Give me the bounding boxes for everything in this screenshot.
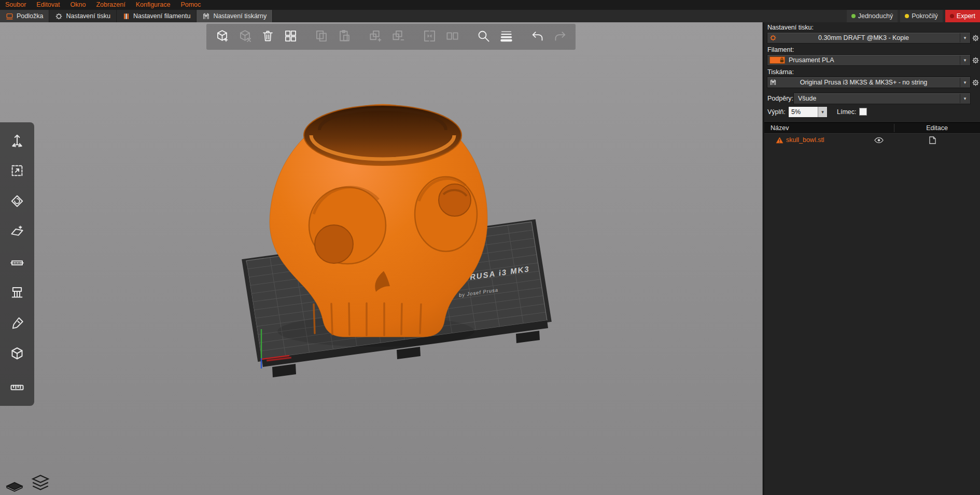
delete-all-button[interactable] <box>256 25 279 48</box>
printer-gear-button[interactable] <box>971 78 979 87</box>
undo-icon <box>530 29 544 45</box>
menu-item-okno[interactable]: Okno <box>65 0 91 10</box>
tab-label: Nastavení tiskárny <box>213 12 267 20</box>
warning-icon <box>776 137 783 144</box>
tab-plater[interactable]: Podložka <box>0 10 49 22</box>
place-on-face-icon <box>9 224 25 242</box>
left-toolbar <box>0 122 34 406</box>
fdm-supports-icon <box>9 285 25 303</box>
chevron-down-icon: ▾ <box>960 33 970 43</box>
split-objects-button[interactable] <box>418 25 441 48</box>
add-instance-button[interactable] <box>364 25 387 48</box>
brim-label: Límec: <box>837 108 857 116</box>
tab-label: Nastavení tisku <box>66 12 110 20</box>
tab-label: Nastavení filamentu <box>133 12 190 20</box>
scale-icon <box>9 163 25 180</box>
rotate-icon <box>9 193 25 211</box>
scale-button[interactable] <box>3 157 32 186</box>
menu-item-konfigurace[interactable]: Konfigurace <box>131 0 176 10</box>
sidebar-splitter[interactable] <box>762 22 764 495</box>
chevron-down-icon: ▾ <box>960 94 970 103</box>
seam-icon <box>9 316 25 333</box>
editor-view-icon <box>4 474 25 494</box>
print-profile-gear-button[interactable] <box>971 34 979 42</box>
tab-bar: Podložka Nastavení tisku Nastavení filam… <box>0 10 980 22</box>
mode-advanced-button[interactable]: Pokročilý <box>900 10 943 22</box>
print-settings-icon <box>55 12 63 20</box>
undo-button[interactable] <box>526 25 549 48</box>
chevron-down-icon: ▾ <box>960 78 970 87</box>
brim-checkbox[interactable] <box>859 108 867 116</box>
copy-icon <box>315 29 329 45</box>
filament-color-swatch <box>769 56 785 64</box>
red-dot-icon <box>950 14 954 18</box>
mode-expert-button[interactable]: Expert <box>945 10 980 22</box>
menu-item-soubor[interactable]: Soubor <box>0 0 31 10</box>
search-button[interactable] <box>472 25 495 48</box>
plater-icon <box>6 12 13 20</box>
add-object-button[interactable] <box>211 25 233 48</box>
filament-select[interactable]: Prusament PLA ▾ <box>767 54 971 66</box>
filament-label: Filament: <box>767 46 794 53</box>
mode-switcher: Jednoduchý Pokročilý Expert <box>847 10 980 22</box>
mmu-segmentation-button[interactable] <box>3 341 32 370</box>
visibility-eye-button[interactable] <box>874 137 884 144</box>
print-settings-label: Nastavení tisku: <box>767 24 814 31</box>
printer-select[interactable]: Original Prusa i3 MK3S & MK3S+ - no stri… <box>767 77 971 88</box>
add-instance-icon <box>369 29 383 45</box>
split-objects-icon <box>423 29 437 45</box>
move-icon <box>9 132 25 150</box>
cut-button[interactable] <box>3 249 32 278</box>
supports-select[interactable]: Všude ▾ <box>793 93 971 104</box>
delete-object-button[interactable] <box>233 25 256 48</box>
editor-view-button[interactable] <box>3 474 26 494</box>
3d-viewport[interactable]: ORIGINAL PRUSA i3 MK3 by Josef Prusa <box>0 22 762 495</box>
menu-item-zobrazeni[interactable]: Zobrazení <box>91 0 130 10</box>
move-button[interactable] <box>3 126 32 155</box>
rotate-button[interactable] <box>3 188 32 217</box>
variable-layer-height-icon <box>499 29 513 45</box>
tab-print-settings[interactable]: Nastavení tisku <box>49 10 116 22</box>
redo-icon <box>553 29 567 45</box>
printer-settings-icon <box>202 12 210 20</box>
place-on-face-button[interactable] <box>3 218 32 247</box>
cut-icon <box>9 254 25 272</box>
edit-object-button[interactable] <box>929 136 936 144</box>
tab-printer-settings[interactable]: Nastavení tiskárny <box>197 10 273 22</box>
mode-simple-button[interactable]: Jednoduchý <box>847 10 898 22</box>
measure-button[interactable] <box>3 371 32 400</box>
seam-button[interactable] <box>3 310 32 339</box>
menu-item-pomoc[interactable]: Pomoc <box>175 0 206 10</box>
green-dot-icon <box>851 14 856 18</box>
arrange-icon <box>284 29 298 45</box>
fdm-supports-button[interactable] <box>3 279 32 308</box>
edit-column-header[interactable]: Editace <box>920 124 954 132</box>
filament-gear-button[interactable] <box>971 56 979 64</box>
name-column-header[interactable]: Název <box>771 124 789 132</box>
menu-bar: Soubor Editovat Okno Zobrazení Konfigura… <box>0 0 980 10</box>
copy-button[interactable] <box>310 25 333 48</box>
infill-label: Výplň: <box>767 108 786 116</box>
infill-combobox[interactable]: 5% ▾ <box>788 106 828 118</box>
settings-sidebar: Nastavení tisku: 0.30mm DRAFT @MK3 - Kop… <box>764 22 980 495</box>
object-name[interactable]: skull_bowl.stl <box>786 136 824 144</box>
remove-instance-button[interactable] <box>387 25 410 48</box>
tab-label: Podložka <box>17 12 43 20</box>
tab-filament-settings[interactable]: Nastavení filamentu <box>117 10 197 22</box>
arrange-button[interactable] <box>279 25 302 48</box>
object-list-row[interactable]: skull_bowl.stl <box>764 135 980 146</box>
supports-label: Podpěry: <box>767 95 793 102</box>
paste-button[interactable] <box>333 25 356 48</box>
redo-button[interactable] <box>549 25 571 48</box>
measure-icon <box>9 377 25 394</box>
add-object-icon <box>215 29 229 45</box>
split-parts-button[interactable] <box>441 25 464 48</box>
prusaslicer-window: Soubor Editovat Okno Zobrazení Konfigura… <box>0 0 980 495</box>
delete-all-icon <box>261 29 275 45</box>
column-divider <box>894 124 894 132</box>
menu-item-editovat[interactable]: Editovat <box>31 0 65 10</box>
printer-icon <box>769 79 777 86</box>
print-profile-select[interactable]: 0.30mm DRAFT @MK3 - Kopie ▾ <box>767 32 971 44</box>
preview-view-button[interactable] <box>29 474 52 494</box>
variable-layer-height-button[interactable] <box>495 25 517 48</box>
